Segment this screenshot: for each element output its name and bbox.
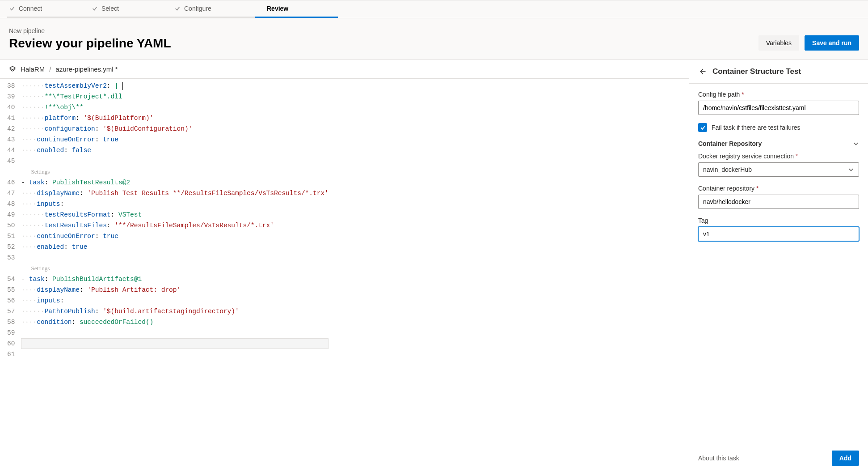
gutter-line-number: 47 — [7, 188, 15, 199]
gutter-line-number: 44 — [7, 145, 15, 156]
gutter-line-number: 53 — [7, 252, 15, 263]
gutter-line-number: 58 — [7, 317, 15, 327]
check-icon — [174, 5, 181, 12]
page-header: New pipeline Review your pipeline YAML V… — [0, 18, 868, 60]
code-line[interactable]: ······platform: '$(BuildPlatform)' — [21, 113, 328, 123]
code-line[interactable]: ····displayName: 'Publish Artifact: drop… — [21, 285, 328, 295]
code-line[interactable]: ····displayName: 'Publish Test Results *… — [21, 188, 328, 199]
code-line[interactable]: ····inputs: — [21, 199, 328, 209]
repo-icon — [9, 66, 16, 73]
code-line[interactable]: ····continueOnError: true — [21, 231, 328, 242]
task-assistant-panel: Container Structure Test Config file pat… — [689, 60, 868, 472]
code-line[interactable]: ····inputs: — [21, 295, 328, 306]
registry-label: Docker registry service connection * — [698, 153, 859, 160]
breadcrumb: HalaRM / azure-pipelines.yml * — [0, 60, 689, 79]
gutter-line-number: 50 — [7, 220, 15, 231]
tag-input[interactable] — [698, 227, 859, 241]
add-button[interactable]: Add — [832, 451, 859, 466]
gutter-line-number: 55 — [7, 285, 15, 295]
yaml-editor[interactable]: 3839404142434445 4647484950515253 545556… — [0, 79, 689, 472]
code-line[interactable]: ······testResultsFiles: '**/ResultsFileS… — [21, 220, 328, 231]
step-label: Review — [267, 5, 288, 12]
gutter-line-number: 43 — [7, 134, 15, 145]
panel-title: Container Structure Test — [712, 67, 801, 76]
step-configure[interactable]: Configure — [173, 0, 255, 18]
checkbox-checked-icon[interactable] — [698, 123, 707, 132]
code-line[interactable]: ····condition: succeededOrFailed() — [21, 317, 328, 327]
step-select[interactable]: Select — [90, 0, 173, 18]
fail-task-label: Fail task if there are test failures — [712, 124, 800, 131]
save-run-button[interactable]: Save and run — [805, 35, 859, 51]
code-line[interactable] — [21, 338, 328, 349]
code-line[interactable]: ······testResultsFormat: VSTest — [21, 209, 328, 220]
gutter-line-number: 54 — [7, 274, 15, 285]
code-line[interactable]: - task: PublishTestResults@2 — [21, 177, 328, 188]
repo-label: Container repository * — [698, 185, 859, 192]
check-icon — [9, 5, 15, 12]
chevron-down-icon — [853, 140, 859, 147]
gutter-line-number: 39 — [7, 91, 15, 102]
code-line[interactable]: ····enabled: false — [21, 145, 328, 156]
fail-task-checkbox-row[interactable]: Fail task if there are test failures — [698, 123, 859, 132]
gutter-line-number: 51 — [7, 231, 15, 242]
code-line[interactable] — [21, 156, 328, 166]
gutter-line-number: 40 — [7, 102, 15, 113]
config-path-input[interactable] — [698, 101, 859, 115]
gutter-line-number: 52 — [7, 242, 15, 252]
step-label: Select — [101, 5, 119, 12]
settings-codelens[interactable]: Settings — [21, 166, 328, 177]
code-line[interactable]: ····continueOnError: true — [21, 134, 328, 145]
about-task-link[interactable]: About this task — [698, 455, 739, 462]
page-subtitle: New pipeline — [9, 27, 758, 34]
code-line[interactable]: ······configuration: '$(BuildConfigurati… — [21, 123, 328, 134]
settings-codelens[interactable]: Settings — [21, 263, 328, 274]
tag-label: Tag — [698, 217, 859, 224]
code-line[interactable] — [21, 327, 328, 338]
breadcrumb-repo[interactable]: HalaRM — [21, 65, 45, 73]
gutter-line-number: 48 — [7, 199, 15, 209]
repo-input[interactable] — [698, 195, 859, 209]
code-line[interactable]: ······!**\obj\** — [21, 102, 328, 113]
variables-button[interactable]: Variables — [758, 35, 799, 51]
gutter-line-number: 42 — [7, 123, 15, 134]
code-line[interactable]: ····enabled: true — [21, 242, 328, 252]
step-review[interactable]: Review — [255, 0, 338, 18]
gutter-line-number: 56 — [7, 295, 15, 306]
code-line[interactable] — [21, 252, 328, 263]
gutter-line-number: 46 — [7, 177, 15, 188]
code-line[interactable] — [21, 349, 328, 360]
gutter-line-number: 49 — [7, 209, 15, 220]
config-path-label: Config file path * — [698, 91, 859, 98]
step-connect[interactable]: Connect — [7, 0, 90, 18]
code-line[interactable]: - task: PublishBuildArtifacts@1 — [21, 274, 328, 285]
gutter-line-number: 61 — [7, 349, 15, 360]
gutter-line-number: 59 — [7, 327, 15, 338]
container-repository-section[interactable]: Container Repository — [698, 140, 859, 147]
step-label: Connect — [19, 5, 42, 12]
gutter-line-number: 60 — [7, 338, 15, 349]
registry-select[interactable]: navin_dockerHub — [698, 162, 859, 177]
gutter-line-number: 57 — [7, 306, 15, 317]
check-icon — [92, 5, 98, 12]
wizard-steps: ConnectSelectConfigureReview — [0, 0, 868, 18]
gutter-line-number: 45 — [7, 156, 15, 166]
code-line[interactable]: ······**\*TestProject*.dll — [21, 91, 328, 102]
step-label: Configure — [184, 5, 211, 12]
breadcrumb-file: azure-pipelines.yml * — [55, 65, 118, 73]
code-line[interactable]: ······PathtoPublish: '$(build.artifactst… — [21, 306, 328, 317]
page-title: Review your pipeline YAML — [9, 36, 758, 51]
gutter-line-number: 41 — [7, 113, 15, 123]
breadcrumb-separator: / — [49, 65, 51, 73]
gutter-line-number: 38 — [7, 81, 15, 91]
back-arrow-icon[interactable] — [698, 68, 706, 76]
chevron-down-icon — [848, 166, 854, 173]
code-line[interactable]: ······testAssemblyVer2: | — [21, 81, 328, 91]
